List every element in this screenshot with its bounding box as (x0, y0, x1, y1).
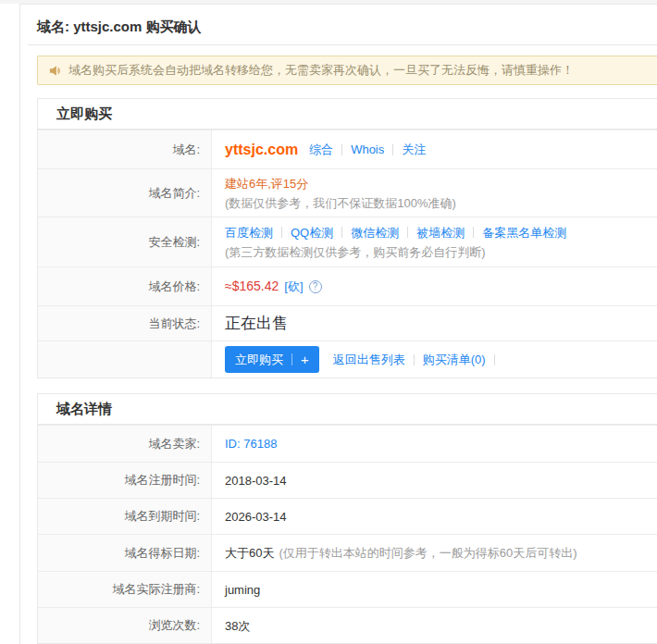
domain-detail-box: 域名详情 域名卖家: ID: 76188 域名注册时间: 2018-03-14 … (37, 393, 657, 644)
buy-now-box: 立即购买 域名: yttsjc.com 综合 Whois 关注 域名简介: 建站… (37, 98, 657, 378)
separator (281, 227, 282, 238)
award-date-note: (仅用于转出本站的时间参考，一般为得标60天后可转出) (279, 543, 576, 563)
domain-row-label: 域名: (38, 130, 212, 168)
back-to-list-link[interactable]: 返回出售列表 (333, 352, 405, 368)
icp-blacklist-check-link[interactable]: 备案黑名单检测 (482, 223, 566, 242)
expiry-date-value: 2026-03-14 (225, 507, 657, 526)
buy-now-button[interactable]: 立即购买 + (225, 346, 319, 373)
view-count-row: 浏览次数: 38次 (38, 607, 657, 643)
status-value: 正在出售 (225, 314, 657, 333)
add-to-cart-plus[interactable]: + (301, 352, 309, 367)
expiry-date-row: 域名到期时间: 2026-03-14 (38, 498, 657, 534)
expiry-date-label: 域名到期时间: (38, 499, 212, 534)
security-row-label: 安全检测: (38, 217, 212, 266)
separator (341, 144, 342, 155)
separator (494, 354, 495, 365)
follow-link[interactable]: 关注 (402, 140, 426, 159)
baidu-check-link[interactable]: 百度检测 (225, 223, 273, 242)
registrar-label: 域名实际注册商: (38, 572, 212, 607)
price-row-label: 域名价格: (38, 267, 212, 305)
seller-id-link[interactable]: ID: 76188 (225, 434, 277, 453)
price-help-icon[interactable]: ? (309, 280, 322, 293)
award-date-value: 大于60天 (225, 543, 274, 563)
separator (414, 354, 415, 365)
separator (392, 144, 393, 155)
price-row: 域名价格: ≈$165.42 [砍] ? (38, 266, 657, 305)
separator (341, 227, 342, 238)
registrar-row: 域名实际注册商: juming (38, 571, 657, 607)
button-divider (291, 353, 292, 365)
content-card: 域名: yttsjc.com 购买确认 域名购买后系统会自动把域名转移给您，无需… (19, 4, 657, 644)
intro-row: 域名简介: 建站6年,评15分 (数据仅供参考，我们不保证数据100%准确) (38, 168, 657, 217)
actions-row: 立即购买 + 返回出售列表 购买清单(0) (38, 341, 657, 378)
wechat-check-link[interactable]: 微信检测 (351, 223, 399, 242)
bargain-link[interactable]: [砍] (284, 277, 303, 296)
actions-row-label (38, 341, 212, 378)
security-note: (第三方数据检测仅供参考，购买前务必自行判断) (225, 242, 657, 262)
announcement-icon (49, 65, 62, 77)
registration-date-value: 2018-03-14 (225, 471, 657, 490)
qq-check-link[interactable]: QQ检测 (291, 223, 333, 242)
purchase-list-link[interactable]: 购买清单(0) (423, 352, 486, 368)
separator (473, 227, 474, 238)
security-row: 安全检测: 百度检测 QQ检测 微信检测 被墙检测 备案黑名单检测 (第三方数据… (38, 217, 657, 266)
domain-intro-note: (数据仅供参考，我们不保证数据100%准确) (225, 193, 657, 213)
registrar-value: juming (225, 580, 657, 600)
notice-text: 域名购买后系统会自动把域名转移给您，无需卖家再次确认，一旦买了无法反悔，请慎重操… (68, 62, 574, 79)
award-date-row: 域名得标日期: 大于60天 (仅用于转出本站的时间参考，一般为得标60天后可转出… (38, 534, 657, 571)
composite-report-link[interactable]: 综合 (309, 140, 333, 159)
gfw-check-link[interactable]: 被墙检测 (416, 223, 465, 242)
notice-bar: 域名购买后系统会自动把域名转移给您，无需卖家再次确认，一旦买了无法反悔，请慎重操… (37, 56, 657, 85)
domain-name: yttsjc.com (225, 140, 298, 159)
detail-box-title: 域名详情 (38, 394, 657, 425)
title-divider (28, 44, 657, 45)
status-row: 当前状态: 正在出售 (38, 305, 657, 341)
seller-row: 域名卖家: ID: 76188 (38, 425, 657, 462)
page-title: 域名: yttsjc.com 购买确认 (37, 17, 657, 37)
award-date-label: 域名得标日期: (38, 535, 212, 571)
view-count-label: 浏览次数: (38, 608, 212, 643)
registration-date-label: 域名注册时间: (38, 463, 212, 498)
whois-link[interactable]: Whois (351, 140, 384, 159)
domain-row: 域名: yttsjc.com 综合 Whois 关注 (38, 130, 657, 168)
buy-now-button-label: 立即购买 (235, 352, 283, 368)
separator (407, 227, 408, 238)
domain-intro-value: 建站6年,评15分 (225, 174, 657, 193)
price-value: ≈$165.42 (225, 277, 279, 296)
seller-row-label: 域名卖家: (38, 426, 212, 462)
view-count-value: 38次 (225, 616, 657, 636)
status-row-label: 当前状态: (38, 306, 212, 341)
registration-date-row: 域名注册时间: 2018-03-14 (38, 462, 657, 498)
intro-row-label: 域名简介: (38, 169, 212, 217)
buy-box-title: 立即购买 (38, 99, 657, 130)
